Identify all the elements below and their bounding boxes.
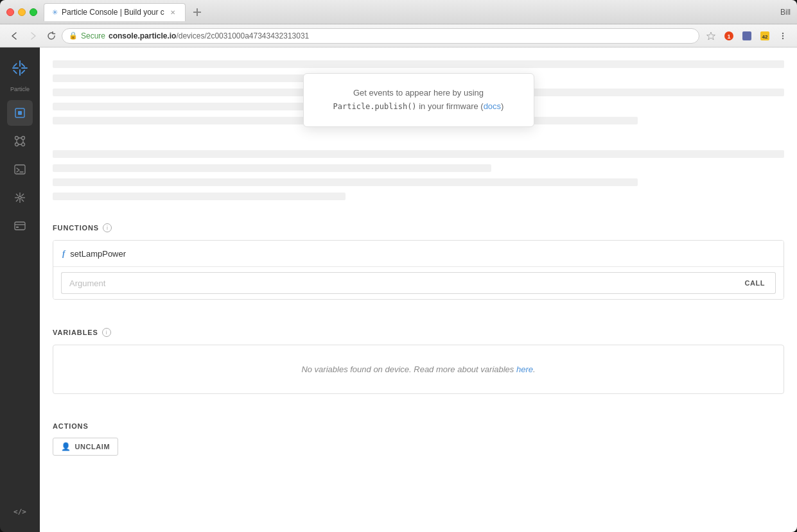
- svg-text:1: 1: [727, 33, 730, 40]
- extension-2-button[interactable]: [739, 28, 755, 44]
- functions-title: FUNCTIONS: [53, 224, 99, 232]
- sidebar-item-integrations[interactable]: [7, 128, 33, 154]
- svg-point-24: [22, 143, 25, 146]
- svg-text:42: 42: [762, 33, 768, 39]
- actions-header: ACTIONS: [53, 422, 784, 430]
- tooltip-text: Get events to appear here by using Parti…: [323, 87, 514, 114]
- close-button[interactable]: [6, 8, 14, 16]
- address-bar[interactable]: 🔒 Secure console.particle.io/devices/2c0…: [62, 28, 699, 44]
- functions-box: f setLampPower CALL: [53, 240, 784, 300]
- tooltip-line3: ): [501, 101, 504, 111]
- extension-1-button[interactable]: 1: [721, 28, 737, 44]
- event-line: [53, 60, 784, 68]
- user-name: Bill: [780, 8, 791, 17]
- no-variables-message: No variables found on device. Read more …: [73, 365, 764, 374]
- svg-point-22: [22, 137, 25, 140]
- sidebar-item-billing[interactable]: [7, 213, 33, 239]
- svg-rect-12: [19, 69, 21, 76]
- svg-point-8: [782, 32, 784, 33]
- variables-info-icon[interactable]: i: [102, 328, 111, 337]
- svg-line-37: [22, 200, 24, 202]
- variables-header: VARIABLES i: [53, 328, 784, 337]
- svg-point-21: [15, 137, 19, 140]
- tab-favicon-icon: ✳: [52, 8, 58, 17]
- sidebar-item-devtools[interactable]: </>: [7, 499, 33, 524]
- nav-actions: 1 42: [703, 28, 791, 44]
- tab-title: Particle Console | Build your c: [62, 8, 164, 17]
- svg-rect-20: [18, 111, 22, 115]
- actions-section: ACTIONS 👤 UNCLAIM: [40, 409, 797, 481]
- svg-rect-17: [13, 69, 17, 74]
- svg-rect-29: [15, 165, 25, 174]
- svg-rect-1: [193, 12, 201, 13]
- bookmark-button[interactable]: [703, 28, 719, 44]
- tooltip-line2: in your firmware (: [419, 101, 483, 111]
- app-sidebar: Particle: [0, 47, 40, 532]
- svg-point-31: [19, 196, 21, 199]
- functions-header: FUNCTIONS i: [53, 223, 784, 232]
- svg-rect-18: [21, 69, 25, 74]
- svg-line-39: [16, 200, 19, 202]
- sidebar-logo[interactable]: [7, 55, 33, 81]
- extension-3-button[interactable]: 42: [757, 28, 773, 44]
- actions-title: ACTIONS: [53, 422, 89, 430]
- minimize-button[interactable]: [18, 8, 26, 16]
- new-tab-button[interactable]: [188, 3, 206, 21]
- events-bottom-lines: [40, 150, 797, 200]
- event-line: [53, 164, 491, 172]
- svg-rect-15: [13, 63, 17, 67]
- unclaim-button[interactable]: 👤 UNCLAIM: [53, 438, 118, 456]
- sidebar-bottom: </>: [7, 499, 33, 524]
- browser-body: Particle: [0, 47, 797, 532]
- svg-point-23: [15, 143, 19, 146]
- function-argument-input[interactable]: [61, 272, 734, 294]
- variables-box: No variables found on device. Read more …: [53, 345, 784, 394]
- variables-title: VARIABLES: [53, 329, 98, 336]
- unclaim-icon: 👤: [61, 442, 71, 451]
- functions-section: FUNCTIONS i f setLampPower CALL: [40, 210, 797, 300]
- event-line: [53, 150, 784, 158]
- sidebar-item-devices[interactable]: [7, 100, 33, 126]
- event-line: [53, 193, 346, 200]
- maximize-button[interactable]: [30, 8, 37, 16]
- content-scroll: Get events to appear here by using Parti…: [40, 47, 797, 481]
- function-name: setLampPower: [70, 249, 126, 259]
- tooltip-code: Particle.publish(): [333, 102, 417, 111]
- sidebar-item-network[interactable]: [7, 185, 33, 210]
- titlebar: ✳ Particle Console | Build your c ✕ Bill: [0, 0, 797, 24]
- sidebar-item-console[interactable]: [7, 157, 33, 182]
- functions-info-icon[interactable]: i: [103, 223, 112, 232]
- events-tooltip: Get events to appear here by using Parti…: [303, 73, 534, 127]
- variables-here-link[interactable]: here: [516, 365, 533, 374]
- active-tab[interactable]: ✳ Particle Console | Build your c ✕: [44, 3, 186, 21]
- tooltip-docs-link[interactable]: docs: [484, 101, 501, 111]
- svg-line-36: [16, 194, 19, 196]
- svg-rect-5: [742, 31, 751, 40]
- url-domain: console.particle.io: [109, 31, 176, 40]
- main-content: Get events to appear here by using Parti…: [40, 47, 797, 532]
- svg-rect-16: [21, 63, 25, 67]
- event-line: [53, 178, 638, 186]
- forward-button[interactable]: [26, 28, 41, 44]
- url-text: console.particle.io/devices/2c0031000a47…: [109, 31, 309, 40]
- sidebar-logo-label: Particle: [10, 86, 30, 92]
- function-input-row: CALL: [53, 267, 784, 299]
- function-f-icon: f: [62, 248, 65, 259]
- reload-button[interactable]: [45, 30, 58, 42]
- svg-rect-42: [16, 227, 19, 228]
- svg-rect-11: [19, 60, 21, 67]
- tab-bar: ✳ Particle Console | Build your c ✕: [44, 3, 780, 21]
- svg-rect-40: [15, 222, 25, 230]
- tooltip-line1: Get events to appear here by using: [353, 88, 484, 98]
- browser-window: ✳ Particle Console | Build your c ✕ Bill…: [0, 0, 797, 532]
- tab-close-button[interactable]: ✕: [168, 8, 177, 17]
- variables-section: VARIABLES i No variables found on device…: [40, 315, 797, 394]
- call-button[interactable]: CALL: [734, 272, 776, 294]
- svg-point-9: [782, 35, 784, 36]
- back-button[interactable]: [6, 28, 22, 44]
- menu-button[interactable]: [775, 28, 791, 44]
- secure-label: Secure: [81, 31, 105, 40]
- svg-marker-2: [707, 32, 715, 40]
- svg-point-10: [782, 37, 784, 39]
- navbar: 🔒 Secure console.particle.io/devices/2c0…: [0, 24, 797, 47]
